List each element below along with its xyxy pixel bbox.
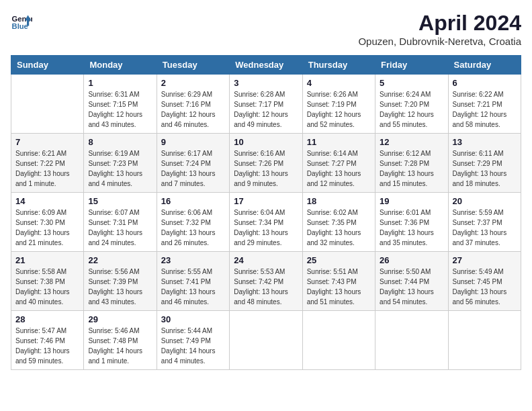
day-number: 17 — [234, 196, 298, 206]
day-info: Sunrise: 6:14 AM Sunset: 7:27 PM Dayligh… — [307, 148, 371, 189]
day-cell: 20Sunrise: 5:59 AM Sunset: 7:37 PM Dayli… — [448, 193, 521, 252]
day-cell: 24Sunrise: 5:53 AM Sunset: 7:42 PM Dayli… — [230, 252, 302, 311]
day-number: 24 — [234, 255, 298, 265]
day-cell: 8Sunrise: 6:19 AM Sunset: 7:23 PM Daylig… — [84, 134, 157, 193]
day-cell: 27Sunrise: 5:49 AM Sunset: 7:45 PM Dayli… — [448, 252, 521, 311]
day-info: Sunrise: 6:26 AM Sunset: 7:19 PM Dayligh… — [307, 89, 371, 130]
weekday-header-row: SundayMondayTuesdayWednesdayThursdayFrid… — [11, 56, 521, 75]
day-cell: 21Sunrise: 5:58 AM Sunset: 7:38 PM Dayli… — [11, 252, 84, 311]
day-number: 10 — [234, 137, 298, 147]
day-number: 25 — [307, 255, 371, 265]
weekday-header-saturday: Saturday — [448, 56, 521, 75]
day-cell — [230, 311, 302, 370]
day-number: 12 — [380, 137, 443, 147]
day-number: 6 — [453, 78, 517, 88]
day-cell: 17Sunrise: 6:04 AM Sunset: 7:34 PM Dayli… — [230, 193, 302, 252]
day-number: 21 — [15, 255, 79, 265]
day-cell: 3Sunrise: 6:28 AM Sunset: 7:17 PM Daylig… — [230, 75, 302, 134]
day-cell: 25Sunrise: 5:51 AM Sunset: 7:43 PM Dayli… — [302, 252, 375, 311]
day-info: Sunrise: 5:44 AM Sunset: 7:49 PM Dayligh… — [161, 326, 225, 366]
day-number: 14 — [15, 196, 79, 206]
logo-icon: General Blue — [11, 11, 32, 32]
day-number: 7 — [15, 137, 79, 147]
day-info: Sunrise: 6:11 AM Sunset: 7:29 PM Dayligh… — [453, 148, 517, 189]
day-cell: 13Sunrise: 6:11 AM Sunset: 7:29 PM Dayli… — [448, 134, 521, 193]
day-cell: 22Sunrise: 5:56 AM Sunset: 7:39 PM Dayli… — [84, 252, 157, 311]
day-info: Sunrise: 5:58 AM Sunset: 7:38 PM Dayligh… — [15, 267, 79, 307]
day-info: Sunrise: 6:21 AM Sunset: 7:22 PM Dayligh… — [15, 148, 79, 189]
day-info: Sunrise: 6:31 AM Sunset: 7:15 PM Dayligh… — [88, 89, 152, 130]
week-row-3: 14Sunrise: 6:09 AM Sunset: 7:30 PM Dayli… — [11, 193, 521, 252]
day-info: Sunrise: 6:12 AM Sunset: 7:28 PM Dayligh… — [380, 148, 443, 189]
day-info: Sunrise: 5:55 AM Sunset: 7:41 PM Dayligh… — [161, 267, 225, 307]
day-cell: 23Sunrise: 5:55 AM Sunset: 7:41 PM Dayli… — [157, 252, 229, 311]
day-number: 1 — [88, 78, 152, 88]
day-number: 15 — [88, 196, 152, 206]
day-info: Sunrise: 6:07 AM Sunset: 7:31 PM Dayligh… — [88, 208, 152, 248]
title-block: April 2024 Opuzen, Dubrovnik-Neretva, Cr… — [358, 11, 521, 47]
day-cell: 10Sunrise: 6:16 AM Sunset: 7:26 PM Dayli… — [230, 134, 302, 193]
day-cell: 2Sunrise: 6:29 AM Sunset: 7:16 PM Daylig… — [157, 75, 229, 134]
week-row-1: 1Sunrise: 6:31 AM Sunset: 7:15 PM Daylig… — [11, 75, 521, 134]
day-number: 19 — [380, 196, 443, 206]
day-info: Sunrise: 5:47 AM Sunset: 7:46 PM Dayligh… — [15, 326, 79, 366]
weekday-header-wednesday: Wednesday — [230, 56, 302, 75]
day-cell: 29Sunrise: 5:46 AM Sunset: 7:48 PM Dayli… — [84, 311, 157, 370]
day-cell: 30Sunrise: 5:44 AM Sunset: 7:49 PM Dayli… — [157, 311, 229, 370]
day-number: 9 — [161, 137, 225, 147]
day-info: Sunrise: 6:04 AM Sunset: 7:34 PM Dayligh… — [234, 208, 298, 248]
day-number: 3 — [234, 78, 298, 88]
day-cell — [11, 75, 84, 134]
day-number: 20 — [453, 196, 517, 206]
weekday-header-friday: Friday — [375, 56, 448, 75]
day-cell: 1Sunrise: 6:31 AM Sunset: 7:15 PM Daylig… — [84, 75, 157, 134]
month-title: April 2024 — [358, 11, 521, 36]
day-info: Sunrise: 5:53 AM Sunset: 7:42 PM Dayligh… — [234, 267, 298, 307]
day-cell: 28Sunrise: 5:47 AM Sunset: 7:46 PM Dayli… — [11, 311, 84, 370]
day-number: 11 — [307, 137, 371, 147]
page-header: General Blue April 2024 Opuzen, Dubrovni… — [11, 11, 521, 47]
day-cell: 18Sunrise: 6:02 AM Sunset: 7:35 PM Dayli… — [302, 193, 375, 252]
week-row-5: 28Sunrise: 5:47 AM Sunset: 7:46 PM Dayli… — [11, 311, 521, 370]
day-number: 22 — [88, 255, 152, 265]
day-cell: 14Sunrise: 6:09 AM Sunset: 7:30 PM Dayli… — [11, 193, 84, 252]
day-number: 2 — [161, 78, 225, 88]
day-info: Sunrise: 5:50 AM Sunset: 7:44 PM Dayligh… — [380, 267, 443, 307]
day-info: Sunrise: 6:17 AM Sunset: 7:24 PM Dayligh… — [161, 148, 225, 189]
week-row-2: 7Sunrise: 6:21 AM Sunset: 7:22 PM Daylig… — [11, 134, 521, 193]
day-number: 27 — [453, 255, 517, 265]
day-cell: 15Sunrise: 6:07 AM Sunset: 7:31 PM Dayli… — [84, 193, 157, 252]
day-cell — [448, 311, 521, 370]
day-cell: 12Sunrise: 6:12 AM Sunset: 7:28 PM Dayli… — [375, 134, 448, 193]
day-number: 28 — [15, 314, 79, 324]
day-number: 8 — [88, 137, 152, 147]
day-cell: 5Sunrise: 6:24 AM Sunset: 7:20 PM Daylig… — [375, 75, 448, 134]
day-cell: 9Sunrise: 6:17 AM Sunset: 7:24 PM Daylig… — [157, 134, 229, 193]
day-cell: 11Sunrise: 6:14 AM Sunset: 7:27 PM Dayli… — [302, 134, 375, 193]
day-info: Sunrise: 6:19 AM Sunset: 7:23 PM Dayligh… — [88, 148, 152, 189]
logo: General Blue — [11, 11, 32, 32]
day-cell — [302, 311, 375, 370]
day-cell: 6Sunrise: 6:22 AM Sunset: 7:21 PM Daylig… — [448, 75, 521, 134]
svg-text:Blue: Blue — [12, 22, 28, 30]
day-cell: 26Sunrise: 5:50 AM Sunset: 7:44 PM Dayli… — [375, 252, 448, 311]
weekday-header-monday: Monday — [84, 56, 157, 75]
day-info: Sunrise: 5:51 AM Sunset: 7:43 PM Dayligh… — [307, 267, 371, 307]
day-number: 13 — [453, 137, 517, 147]
day-info: Sunrise: 6:22 AM Sunset: 7:21 PM Dayligh… — [453, 89, 517, 130]
day-info: Sunrise: 5:46 AM Sunset: 7:48 PM Dayligh… — [88, 326, 152, 366]
day-number: 26 — [380, 255, 443, 265]
day-number: 29 — [88, 314, 152, 324]
day-number: 18 — [307, 196, 371, 206]
day-info: Sunrise: 6:06 AM Sunset: 7:32 PM Dayligh… — [161, 208, 225, 248]
day-cell: 4Sunrise: 6:26 AM Sunset: 7:19 PM Daylig… — [302, 75, 375, 134]
day-number: 30 — [161, 314, 225, 324]
location: Opuzen, Dubrovnik-Neretva, Croatia — [358, 36, 521, 47]
day-info: Sunrise: 6:29 AM Sunset: 7:16 PM Dayligh… — [161, 89, 225, 130]
day-info: Sunrise: 6:24 AM Sunset: 7:20 PM Dayligh… — [380, 89, 443, 130]
day-info: Sunrise: 5:49 AM Sunset: 7:45 PM Dayligh… — [453, 267, 517, 307]
day-info: Sunrise: 6:28 AM Sunset: 7:17 PM Dayligh… — [234, 89, 298, 130]
day-info: Sunrise: 6:16 AM Sunset: 7:26 PM Dayligh… — [234, 148, 298, 189]
week-row-4: 21Sunrise: 5:58 AM Sunset: 7:38 PM Dayli… — [11, 252, 521, 311]
day-info: Sunrise: 6:02 AM Sunset: 7:35 PM Dayligh… — [307, 208, 371, 248]
